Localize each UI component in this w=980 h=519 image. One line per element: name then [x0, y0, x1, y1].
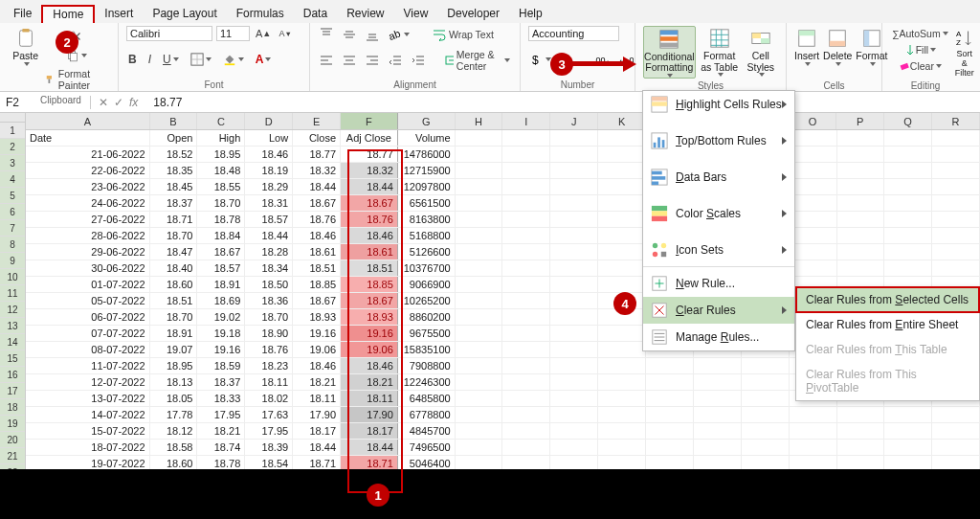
- cell-R4[interactable]: [932, 179, 980, 194]
- cell-O5[interactable]: [790, 195, 837, 211]
- cell-H15[interactable]: [456, 358, 503, 373]
- cell-R8[interactable]: [932, 244, 980, 260]
- cell-B6[interactable]: 18.71: [150, 212, 198, 227]
- cell-H12[interactable]: [456, 309, 503, 325]
- align-bottom-button[interactable]: [364, 26, 381, 43]
- cell-K16[interactable]: [598, 374, 646, 390]
- cell-H16[interactable]: [456, 374, 503, 390]
- wrap-text-button[interactable]: Wrap Text: [431, 26, 496, 43]
- cell-A7[interactable]: 28-06-2022: [26, 228, 150, 243]
- cell-N17[interactable]: [742, 391, 790, 406]
- cell-J18[interactable]: [550, 407, 598, 422]
- cell-J7[interactable]: [550, 228, 598, 243]
- cell-A16[interactable]: 12-07-2022: [26, 374, 150, 390]
- cell-Q6[interactable]: [884, 212, 932, 227]
- cell-K1[interactable]: [598, 130, 646, 146]
- cell-M16[interactable]: [694, 374, 742, 390]
- cell-A14[interactable]: 08-07-2022: [26, 342, 150, 357]
- cell-P7[interactable]: [837, 228, 885, 243]
- row-header-17[interactable]: 17: [0, 383, 25, 399]
- cell-Q2[interactable]: [884, 147, 932, 162]
- cell-D10[interactable]: 18.50: [245, 277, 293, 292]
- paste-button[interactable]: Paste: [11, 26, 39, 79]
- cell-O18[interactable]: [790, 407, 837, 422]
- cell-H2[interactable]: [456, 147, 503, 162]
- cell-F6[interactable]: 18.76: [341, 212, 398, 227]
- cell-B11[interactable]: 18.51: [150, 293, 198, 308]
- cell-P1[interactable]: [837, 130, 885, 146]
- cell-H20[interactable]: [456, 440, 503, 455]
- cell-G18[interactable]: 6778800: [398, 407, 456, 422]
- cell-G17[interactable]: 6485800: [398, 391, 456, 406]
- cell-J16[interactable]: [550, 374, 598, 390]
- cell-B13[interactable]: 18.91: [150, 326, 198, 341]
- cell-H11[interactable]: [456, 293, 503, 308]
- cell-A12[interactable]: 06-07-2022: [26, 309, 150, 325]
- cell-P6[interactable]: [837, 212, 885, 227]
- align-left-button[interactable]: [318, 52, 335, 69]
- cell-G6[interactable]: 8163800: [398, 212, 456, 227]
- cell-C12[interactable]: 19.02: [197, 309, 245, 325]
- cell-K15[interactable]: [598, 358, 646, 373]
- cell-G14[interactable]: 15835100: [398, 342, 456, 357]
- cell-G10[interactable]: 9066900: [398, 277, 456, 292]
- cell-N18[interactable]: [742, 407, 790, 422]
- cell-H13[interactable]: [456, 326, 503, 341]
- bold-button[interactable]: B: [126, 51, 139, 68]
- tab-developer[interactable]: Developer: [437, 4, 509, 23]
- cell-A20[interactable]: 18-07-2022: [26, 440, 150, 455]
- cell-J14[interactable]: [550, 342, 598, 357]
- cell-K5[interactable]: [598, 195, 646, 211]
- cell-M15[interactable]: [694, 358, 742, 373]
- cell-F15[interactable]: 18.46: [341, 358, 398, 373]
- column-header-R[interactable]: R: [932, 113, 980, 129]
- cell-H14[interactable]: [456, 342, 503, 357]
- format-painter-button[interactable]: Format Painter: [43, 66, 110, 93]
- cell-D20[interactable]: 18.39: [245, 440, 293, 455]
- cell-P20[interactable]: [837, 440, 885, 455]
- borders-button[interactable]: [189, 51, 213, 68]
- cell-K4[interactable]: [598, 179, 646, 194]
- cf-color-scales[interactable]: Color Scales: [643, 200, 794, 227]
- cell-I20[interactable]: [502, 440, 550, 455]
- cell-D12[interactable]: 18.70: [245, 309, 293, 325]
- cell-D6[interactable]: 18.57: [245, 212, 293, 227]
- cell-E4[interactable]: 18.44: [293, 179, 341, 194]
- cell-F1[interactable]: Adj Close: [341, 130, 398, 146]
- cell-L18[interactable]: [646, 407, 694, 422]
- cell-C11[interactable]: 18.69: [197, 293, 245, 308]
- row-header-14[interactable]: 14: [0, 334, 25, 350]
- cell-I13[interactable]: [502, 326, 550, 341]
- column-header-O[interactable]: O: [790, 113, 837, 129]
- cell-C17[interactable]: 18.33: [197, 391, 245, 406]
- cell-D4[interactable]: 18.29: [245, 179, 293, 194]
- cell-E1[interactable]: Close: [293, 130, 341, 146]
- cell-G1[interactable]: Volume: [398, 130, 456, 146]
- cell-J2[interactable]: [550, 147, 598, 162]
- cell-I1[interactable]: [502, 130, 550, 146]
- cell-J9[interactable]: [550, 260, 598, 276]
- row-header-10[interactable]: 10: [0, 269, 25, 285]
- column-header-C[interactable]: C: [197, 113, 245, 129]
- cell-I16[interactable]: [502, 374, 550, 390]
- underline-button[interactable]: U: [161, 51, 181, 68]
- cell-D17[interactable]: 18.02: [245, 391, 293, 406]
- number-format-combo[interactable]: Accounting: [528, 26, 619, 41]
- cell-D2[interactable]: 18.46: [245, 147, 293, 162]
- clear-button[interactable]: Clear: [890, 58, 950, 74]
- cell-H8[interactable]: [456, 244, 503, 260]
- cell-C2[interactable]: 18.95: [197, 147, 245, 162]
- cell-A9[interactable]: 30-06-2022: [26, 260, 150, 276]
- cell-F8[interactable]: 18.61: [341, 244, 398, 260]
- cell-A3[interactable]: 22-06-2022: [26, 163, 150, 178]
- cell-A2[interactable]: 21-06-2022: [26, 147, 150, 162]
- cell-H17[interactable]: [456, 391, 503, 406]
- row-header-21[interactable]: 21: [0, 448, 25, 464]
- cell-H9[interactable]: [456, 260, 503, 276]
- cell-I8[interactable]: [502, 244, 550, 260]
- cell-H7[interactable]: [456, 228, 503, 243]
- cell-E18[interactable]: 17.90: [293, 407, 341, 422]
- cell-L16[interactable]: [646, 374, 694, 390]
- cell-G20[interactable]: 7496500: [398, 440, 456, 455]
- cell-L17[interactable]: [646, 391, 694, 406]
